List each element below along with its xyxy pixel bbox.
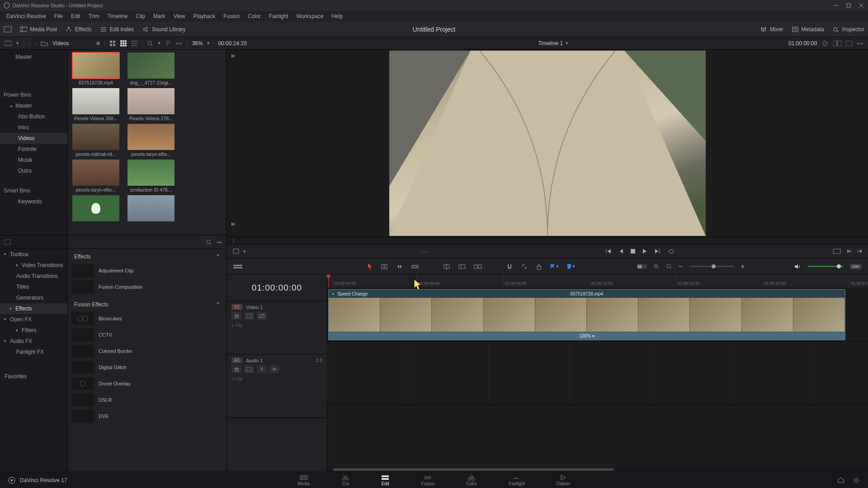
bin-name[interactable]: Videos: [52, 40, 69, 47]
page-media[interactable]: Media: [297, 474, 310, 486]
fx-cat-effects[interactable]: Effects: [0, 303, 67, 314]
zoom-custom-icon[interactable]: [666, 263, 672, 270]
fx-cat-toolbox[interactable]: Toolbox: [0, 249, 67, 260]
play-button[interactable]: [642, 249, 647, 254]
fullscreen-toggle[interactable]: [4, 26, 12, 33]
page-deliver[interactable]: Deliver: [557, 474, 571, 486]
menu-item[interactable]: DaVinci Resolve: [3, 12, 50, 21]
close-button[interactable]: [858, 2, 864, 9]
fx-cat-item[interactable]: Audio Transitions: [0, 271, 67, 282]
menu-item[interactable]: Timeline: [104, 12, 131, 21]
speed-percent[interactable]: 100% ▾: [329, 333, 845, 340]
snap-icon[interactable]: [506, 263, 513, 270]
lock-icon[interactable]: [536, 263, 542, 270]
more-icon[interactable]: •••: [176, 41, 183, 46]
view-metadata-icon[interactable]: [109, 40, 116, 47]
mark-out-icon[interactable]: [846, 249, 852, 254]
overwrite-clip-icon[interactable]: [458, 263, 466, 270]
maximize-button[interactable]: [845, 2, 852, 9]
search-icon[interactable]: [147, 40, 153, 47]
transform-overlay-icon[interactable]: [232, 248, 240, 254]
fx-item[interactable]: DSLR: [68, 392, 226, 408]
view-list-icon[interactable]: [131, 40, 137, 47]
mixer-toggle[interactable]: Mixer: [760, 26, 783, 33]
clip-thumbnail[interactable]: pexels-taryn-ellio...: [72, 160, 119, 192]
clip-thumbnail[interactable]: [127, 195, 175, 223]
match-frame-icon[interactable]: [833, 249, 841, 254]
menu-item[interactable]: Fairlight: [265, 12, 292, 21]
clip-thumbnail[interactable]: pexels-taryn-ellio...: [127, 124, 175, 157]
fx-item[interactable]: Drone Overlay: [68, 375, 226, 392]
menu-item[interactable]: Fusion: [220, 12, 243, 21]
mute-icon[interactable]: [794, 263, 801, 270]
bin-item[interactable]: Musik: [0, 155, 67, 165]
next-frame-button[interactable]: [654, 249, 660, 254]
bin-layout-icon[interactable]: [5, 40, 12, 47]
soundlib-toggle[interactable]: Sound Library: [142, 26, 186, 33]
first-frame-button[interactable]: [605, 249, 612, 254]
chevron-down-icon[interactable]: ▾: [16, 40, 19, 46]
inspector-toggle[interactable]: Inspector: [832, 26, 864, 33]
menu-item[interactable]: Color: [244, 12, 264, 21]
editindex-toggle[interactable]: Edit Index: [100, 26, 134, 33]
page-fairlight[interactable]: Fairlight: [509, 474, 525, 486]
clip-thumbnail[interactable]: dog_-_4727 (Origi...: [127, 52, 175, 85]
viewer-scrubber[interactable]: [227, 237, 868, 244]
more-icon[interactable]: •••: [217, 239, 222, 245]
view-thumb-icon[interactable]: [120, 40, 127, 47]
next-edit-icon[interactable]: [231, 221, 236, 227]
timeline-view-options-icon[interactable]: [233, 263, 242, 270]
dual-viewer-icon[interactable]: [833, 41, 841, 46]
clip-thumbnail[interactable]: [72, 195, 119, 223]
audio-track[interactable]: [327, 342, 868, 405]
track-tag[interactable]: V1: [231, 304, 242, 310]
bins-power-header[interactable]: Power Bins: [0, 89, 67, 100]
minimize-button[interactable]: [833, 2, 839, 9]
fx-cat-item[interactable]: Filters: [0, 325, 67, 336]
zoom-toggle-icon[interactable]: [637, 263, 647, 270]
playhead[interactable]: [328, 275, 329, 288]
menu-item[interactable]: Workspace: [293, 12, 327, 21]
mediapool-toggle[interactable]: Media Pool: [20, 26, 57, 33]
fx-cat-audiofx[interactable]: Audio FX: [0, 336, 67, 347]
chevron-down-icon[interactable]: ▾: [207, 40, 210, 46]
video-track-header[interactable]: V1Video 1 1 Clip: [227, 301, 327, 355]
nav-fwd-icon[interactable]: ›: [35, 41, 37, 46]
zoom-label[interactable]: 36%: [192, 40, 203, 47]
fx-cat-openfx[interactable]: Open FX: [0, 314, 67, 325]
jog-indicator-icon[interactable]: ‹ • ›: [420, 249, 428, 254]
bin-master[interactable]: Master: [0, 52, 67, 62]
trim-tool-icon[interactable]: [381, 263, 388, 270]
track-mute-button[interactable]: M: [269, 365, 279, 373]
home-icon[interactable]: [837, 477, 844, 484]
prev-frame-button[interactable]: [619, 249, 623, 254]
menu-item[interactable]: Clip: [132, 12, 149, 21]
metadata-toggle[interactable]: Metadata: [792, 26, 824, 33]
chevron-down-icon[interactable]: ▾: [158, 40, 160, 46]
fx-item[interactable]: Adjustment Clip: [68, 263, 226, 279]
track-solo-button[interactable]: S: [257, 365, 267, 373]
track-auto-select-button[interactable]: [244, 365, 254, 373]
menu-item[interactable]: Mark: [150, 12, 169, 21]
fx-cat-favorites[interactable]: Favorites: [0, 371, 67, 382]
fx-cat-item[interactable]: Video Transitions: [0, 260, 67, 271]
fx-cat-item[interactable]: Generators: [0, 292, 67, 303]
fx-item[interactable]: CCTV: [68, 327, 226, 343]
menu-item[interactable]: Help: [328, 12, 346, 21]
page-cut[interactable]: Cut: [341, 474, 349, 486]
fx-cat-item[interactable]: Fairlight FX: [0, 347, 67, 357]
link-icon[interactable]: [521, 264, 528, 269]
dim-button[interactable]: DIM: [850, 264, 862, 269]
bin-item[interactable]: Master: [0, 100, 67, 111]
timeline-scrollbar[interactable]: [327, 467, 868, 472]
menu-item[interactable]: Trim: [85, 12, 103, 21]
timeline-ruler[interactable]: 01:00:00:00 01:00:04:00 01:00:08:00 01:0…: [327, 275, 868, 288]
track-disable-button[interactable]: [257, 312, 267, 320]
loop-button[interactable]: [668, 249, 675, 254]
menu-item[interactable]: Playback: [189, 12, 219, 21]
fx-item[interactable]: Digital Glitch: [68, 359, 226, 375]
nav-back-icon[interactable]: ‹: [28, 41, 30, 46]
video-track[interactable]: •Speed Change657518728.mp4 100% ▾: [327, 288, 868, 342]
search-icon[interactable]: [206, 239, 212, 245]
effects-toggle[interactable]: Effects: [65, 26, 91, 33]
